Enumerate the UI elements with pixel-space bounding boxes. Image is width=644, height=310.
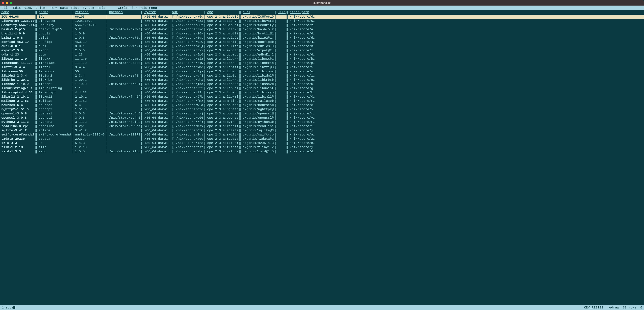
table-row[interactable]: curl-8.0.1‖curl‖8.0.1‖/nix/store/w1c7ihm… (0, 44, 644, 48)
column-separator: ‖ (203, 44, 206, 48)
column-separator: ‖ (168, 48, 171, 53)
table-row[interactable]: expat-2.5.0‖expat‖2.5.0‖‖x86_64-darwin‖[… (0, 48, 644, 53)
column-separator: ‖ (105, 124, 108, 128)
column-header-system[interactable]: system (143, 10, 168, 14)
table-row[interactable]: nghttp2-1.51.0‖nghttp2‖1.51.0‖‖x86_64-da… (0, 107, 644, 112)
menu-plot[interactable]: Plot (71, 6, 79, 10)
maximize-window-button[interactable] (10, 2, 12, 4)
cell-cpe: cpe:2.3:a:bzip2:bz… (206, 36, 239, 40)
menu-file[interactable]: File (2, 6, 10, 10)
cell-version: 11.1.0 (74, 57, 105, 61)
menu-system[interactable]: System (82, 6, 94, 10)
column-header-cpe[interactable]: cpe (206, 10, 239, 14)
cell-version: 5.4.3 (74, 141, 105, 145)
column-separator: ‖ (168, 145, 171, 150)
column-header-name[interactable]: name (0, 10, 35, 14)
menu-view[interactable]: View (24, 6, 32, 10)
cell-purl: pkg:nix/libkrb5@1.… (241, 78, 274, 82)
table-row[interactable]: configd-453.19‖configd‖453.19‖‖x86_64-da… (0, 40, 644, 44)
table-row[interactable]: mailcap-2.1.53‖mailcap‖2.1.53‖‖x86_64-da… (0, 99, 644, 103)
table-row[interactable]: bash-5.2-p15‖bash-5.2-p15‖5.2‖/nix/store… (0, 27, 644, 32)
column-header-out[interactable]: out (171, 10, 203, 14)
column-separator: ‖ (105, 137, 108, 141)
column-separator: ‖ (105, 36, 108, 40)
menu-data[interactable]: Data (60, 6, 68, 10)
cell-purl: pkg:nix/ICU@66108 (241, 15, 274, 19)
table-row[interactable]: Libsystem-1238.60.2‖Libsystem‖1238.60.2‖… (0, 19, 644, 23)
column-separator: ‖ (105, 40, 108, 44)
titlebar[interactable]: 3. python3.10 (0, 0, 644, 5)
column-separator: ‖ (274, 91, 276, 95)
column-header-patches[interactable]: patches (108, 10, 140, 14)
table-row[interactable]: sqlite-3.41.2‖sqlite‖3.41.2‖‖x86_64-darw… (0, 128, 644, 133)
column-separator: ‖ (274, 124, 276, 128)
cell-system: x86_64-darwin (143, 74, 168, 78)
column-separator: ‖ (35, 53, 38, 57)
table-row[interactable]: ncurses-6.4‖ncurses‖6.4‖‖x86_64-darwin‖[… (0, 103, 644, 107)
cell-out: ['/nix/store/ghaal… (171, 78, 203, 82)
table-row[interactable]: python3-3.11.3‖python3‖3.11.3‖/nix/store… (0, 120, 644, 124)
table-row[interactable]: libffi-3.4.4‖libffi‖3.4.4‖‖x86_64-darwin… (0, 65, 644, 69)
table-row[interactable]: libxml2-2.10.1‖libxml2‖2.10.1‖/nix/store… (0, 95, 644, 99)
column-separator: ‖ (203, 23, 206, 27)
cell-out: ['/nix/store/792gh… (171, 86, 203, 91)
column-separator: ‖ (71, 107, 74, 112)
table-row[interactable]: bzip2-1.0.8‖bzip2‖1.0.8‖/nix/store/ws73d… (0, 36, 644, 40)
table-row[interactable]: libssh2-1.10.0‖libssh2‖1.10.0‖/nix/store… (0, 82, 644, 86)
menu-row[interactable]: Row (51, 6, 57, 10)
table-row[interactable]: libidn2-2.3.4‖libidn2‖2.3.4‖/nix/store/s… (0, 74, 644, 78)
cell-pname: libcxx (38, 57, 71, 61)
column-separator: ‖ (105, 44, 108, 48)
table-row[interactable]: swift-corefoundati…‖swift-corefoundati…‖… (0, 133, 644, 137)
column-header-version[interactable]: version (74, 10, 105, 14)
table-row[interactable]: openssl-3.0.8‖openssl‖3.0.8‖/nix/store/s… (0, 116, 644, 120)
table-row[interactable]: libkrb5-1.20.1‖libkrb5‖1.20.1‖‖x86_64-da… (0, 78, 644, 82)
table-row[interactable]: zlib-1.2.13‖zlib‖1.2.13‖‖x86_64-darwin‖[… (0, 145, 644, 150)
column-separator: ‖ (168, 36, 171, 40)
table-row[interactable]: libcxx-11.1.0‖libcxx‖11.1.0‖/nix/store/d… (0, 57, 644, 61)
column-header-purl[interactable]: purl (241, 10, 274, 14)
table-row[interactable]: readline-8.2p1‖readline‖8.2p1‖/nix/store… (0, 124, 644, 128)
cell-store_path: /nix/store/d… (288, 36, 644, 40)
cell-urls (276, 65, 286, 69)
cell-store_path: /nix/store/k… (288, 91, 644, 95)
cell-cpe: cpe:2.3:a:ncurses:… (206, 103, 239, 107)
table-row[interactable]: ICU-66108‖ICU‖66108‖‖x86_64-darwin‖['/ni… (0, 15, 644, 19)
column-separator: ‖ (274, 65, 276, 69)
column-separator: ‖ (105, 95, 108, 99)
column-separator: ‖ (239, 44, 241, 48)
column-header-urls[interactable]: urls (276, 10, 286, 14)
column-header-pname[interactable]: pname (38, 10, 71, 14)
minimize-window-button[interactable] (6, 2, 8, 4)
table-row[interactable]: libxcrypt-4.4.33‖libxcrypt‖4.4.33‖‖x86_6… (0, 91, 644, 95)
column-separator: ‖ (274, 69, 276, 74)
cell-store_path: /nix/store/1… (288, 124, 644, 128)
cell-version: 1238.60.2 (74, 19, 105, 23)
column-header-store-path[interactable]: store_path (288, 10, 644, 14)
cell-version: 3.0.8 (74, 112, 105, 116)
column-separator: ‖ (140, 15, 143, 19)
menu-column[interactable]: Column (36, 6, 47, 10)
close-window-button[interactable] (2, 2, 4, 4)
table-row[interactable]: zstd-1.5.5‖zstd‖1.5.5‖/nix/store/n91acyj… (0, 150, 644, 154)
table-row[interactable]: tzdata-2023c‖tzdata‖2023c‖‖x86_64-darwin… (0, 137, 644, 141)
column-separator: ‖ (274, 53, 276, 57)
column-separator: ‖ (35, 95, 38, 99)
table-row[interactable]: libiconv-50‖libiconv‖50‖‖x86_64-darwin‖[… (0, 69, 644, 74)
column-separator: ‖ (140, 86, 143, 91)
table-row[interactable]: Security-55471.14.…‖Security‖55471.14.18… (0, 23, 644, 27)
table-row[interactable]: brotli-1.0.9‖brotli‖1.0.9‖‖x86_64-darwin… (0, 32, 644, 36)
menu-help[interactable]: Help (98, 6, 106, 10)
menu-edit[interactable]: Edit (13, 6, 21, 10)
table-body[interactable]: ICU-66108‖ICU‖66108‖‖x86_64-darwin‖['/ni… (0, 15, 644, 305)
table-row[interactable]: gdbm-1.23‖gdbm‖1.23‖‖x86_64-darwin‖['/ni… (0, 53, 644, 57)
table-row[interactable]: libcxxabi-11.1.0‖libcxxabi‖11.1.0‖/nix/s… (0, 61, 644, 65)
cell-patches: /nix/store/bw6aa38… (108, 124, 140, 128)
column-separator: ‖ (71, 137, 74, 141)
cell-store_path: /nix/store/d… (288, 32, 644, 36)
table-row[interactable]: openssl-3.0.8‖openssl‖3.0.8‖/nix/store/s… (0, 112, 644, 116)
table-row[interactable]: libunistring-1.1‖libunistring‖1.1‖‖x86_6… (0, 86, 644, 91)
column-separator: ‖ (71, 112, 74, 116)
command-prompt[interactable]: 1› sbom (2, 306, 15, 310)
table-row[interactable]: xz-5.4.3‖xz‖5.4.3‖‖x86_64-darwin‖['/nix/… (0, 141, 644, 145)
